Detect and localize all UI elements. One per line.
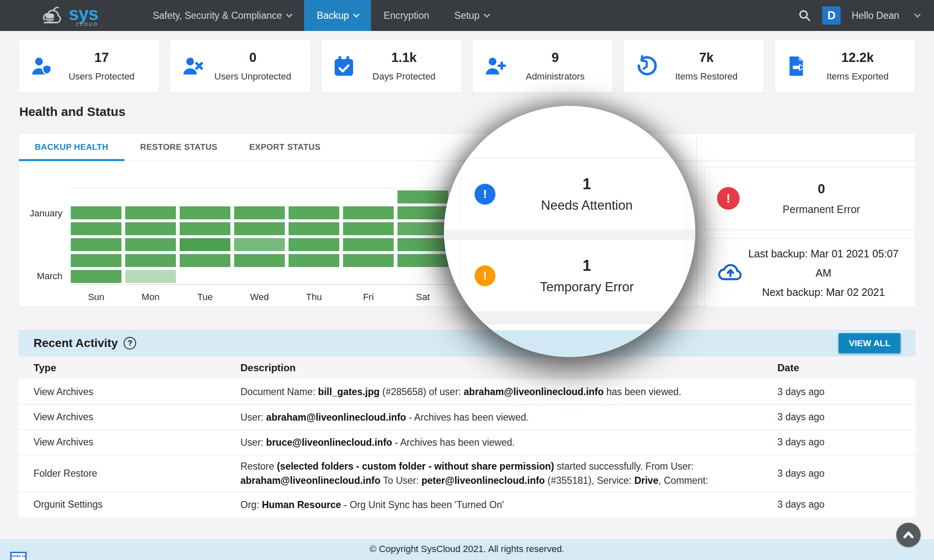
needs-attention-body: 1 Needs Attention: [495, 175, 686, 213]
heatmap-cell[interactable]: [71, 270, 121, 283]
heatmap-cell[interactable]: [397, 190, 448, 203]
health-panel-divider: [696, 134, 697, 306]
cell-type: Orgunit Settings: [34, 499, 240, 510]
heatmap-cell[interactable]: [71, 222, 121, 235]
help-icon[interactable]: ?: [124, 337, 136, 349]
health-tabbar: BACKUP HEALTH RESTORE STATUS EXPORT STAT…: [19, 134, 915, 161]
heatmap-cell[interactable]: [397, 206, 448, 219]
view-all-button[interactable]: VIEW ALL: [839, 333, 900, 353]
stat-card-items-restored[interactable]: 7k Items Restored: [623, 39, 764, 93]
stat-card-users-protected[interactable]: 17 Users Protected: [18, 39, 160, 93]
next-backup-text: Next backup: Mar 02 2021: [744, 283, 903, 302]
cell-date: 3 days ago: [777, 499, 916, 510]
tab-restore-status[interactable]: RESTORE STATUS: [124, 134, 234, 161]
heatmap-cell[interactable]: [234, 254, 285, 267]
heatmap-cell[interactable]: [180, 222, 230, 235]
heatmap-cell[interactable]: [289, 206, 339, 219]
heatmap-cell[interactable]: [234, 238, 285, 251]
cell-date: 3 days ago: [777, 437, 916, 448]
heatmap-cell[interactable]: [289, 222, 339, 235]
table-row: View ArchivesUser: abraham@liveonlineclo…: [18, 404, 916, 429]
cell-type: View Archives: [34, 437, 240, 448]
permanent-error-exclamation-icon: !: [717, 187, 740, 210]
stat-card-users-unprotected[interactable]: 0 Users Unprotected: [170, 39, 311, 93]
needs-attention-value: 1: [495, 175, 678, 193]
user-plus-icon: [482, 55, 508, 77]
recent-activity-header: Recent Activity ? VIEW ALL: [18, 330, 916, 357]
table-row: View ArchivesUser: bruce@liveonlinecloud…: [18, 429, 916, 455]
heatmap-cell[interactable]: [397, 222, 448, 235]
magnifier-zoom-circle: ! 1 Needs Attention ! 1 Temporary Error: [444, 106, 695, 357]
heatmap-cell[interactable]: [71, 206, 121, 219]
stat-label: Items Restored: [659, 71, 754, 82]
heatmap-day-label: Fri: [343, 292, 394, 303]
heatmap-cell[interactable]: [180, 254, 230, 267]
heatmap-cell[interactable]: [125, 238, 176, 251]
heatmap-cell[interactable]: [180, 238, 230, 251]
recent-activity-title: Recent Activity: [34, 337, 118, 350]
tab-backup-health[interactable]: BACKUP HEALTH: [19, 134, 124, 161]
heatmap-cell[interactable]: [289, 238, 339, 251]
user-avatar[interactable]: D: [822, 6, 841, 25]
menu-item-safety-security-compliance[interactable]: Safety, Security & Compliance: [140, 0, 304, 31]
heatmap-cell[interactable]: [343, 254, 394, 267]
heatmap-day-label: Thu: [289, 292, 339, 303]
ssae-compliance-badge: SSAE 16: [9, 552, 28, 560]
logo-cloud-text: CLOUD: [76, 22, 98, 27]
search-icon[interactable]: [798, 9, 811, 22]
heatmap-cell[interactable]: [397, 254, 448, 267]
heatmap-cell[interactable]: [289, 254, 339, 267]
backup-schedule-card: Last backup: Mar 01 2021 05:07 AM Next b…: [704, 238, 916, 307]
heatmap-cell[interactable]: [343, 206, 394, 219]
heatmap-cell[interactable]: [125, 222, 176, 235]
stat-card-administrators[interactable]: 9 Administrators: [472, 39, 613, 93]
recent-activity-table: Type Description Date View ArchivesDocum…: [18, 357, 916, 517]
stat-label: Users Protected: [54, 71, 149, 82]
magnified-gap: [444, 311, 695, 324]
temporary-error-value: 1: [495, 257, 678, 275]
heatmap-cell[interactable]: [343, 222, 394, 235]
heatmap-cell[interactable]: [343, 238, 394, 251]
user-menu-chevron-icon[interactable]: [914, 11, 921, 18]
heatmap-cell[interactable]: [234, 206, 285, 219]
last-backup-text: Last backup: Mar 01 2021 05:07 AM: [744, 244, 903, 283]
heatmap-cell[interactable]: [180, 206, 230, 219]
cell-description: Document Name: bill_gates.jpg (#285658) …: [240, 380, 777, 403]
chevron-down-icon: [353, 11, 360, 18]
stat-label: Items Exported: [810, 71, 905, 82]
heatmap-day-label: Tue: [180, 292, 230, 303]
permanent-error-body: 0 Permanent Error: [740, 182, 903, 216]
stat-value: 17: [54, 50, 149, 65]
heatmap-cell[interactable]: [234, 222, 285, 235]
scroll-to-top-button[interactable]: [896, 523, 921, 547]
logo-wordmark: sys CLOUD: [69, 5, 98, 27]
heatmap-day-label: Wed: [234, 292, 285, 303]
recent-activity-panel: Recent Activity ? VIEW ALL Type Descript…: [18, 330, 916, 517]
heatmap-cell[interactable]: [71, 254, 121, 267]
menu-item-setup[interactable]: Setup: [442, 0, 502, 31]
stat-card-items-exported[interactable]: 12.2k Items Exported: [774, 39, 916, 93]
stat-label: Days Protected: [356, 71, 452, 82]
stats-row: 17 Users Protected 0 Users Unprotected: [18, 39, 916, 93]
navbar-right: D Hello Dean: [798, 0, 920, 31]
heatmap-cell[interactable]: [71, 238, 121, 251]
main-menu: Safety, Security & Compliance Backup Enc…: [140, 0, 501, 31]
cell-description: User: abraham@liveonlinecloud.info - Arc…: [240, 406, 777, 429]
stat-body: 17 Users Protected: [54, 50, 149, 82]
logo-sys-text: sys: [69, 5, 98, 23]
stat-card-days-protected[interactable]: 1.1k Days Protected: [321, 39, 462, 93]
heatmap-cell[interactable]: [125, 270, 176, 283]
permanent-error-value: 0: [740, 182, 903, 197]
cell-type: Folder Restore: [34, 468, 240, 479]
syscloud-logo[interactable]: sys CLOUD: [39, 0, 98, 31]
heatmap-cell[interactable]: [397, 238, 448, 251]
tab-export-status[interactable]: EXPORT STATUS: [233, 134, 336, 161]
column-header-date: Date: [777, 362, 916, 374]
temporary-error-card: ! 1 Temporary Error: [461, 240, 687, 311]
menu-item-backup[interactable]: Backup: [304, 0, 371, 31]
heatmap-cell[interactable]: [125, 254, 176, 267]
stat-value: 7k: [659, 50, 754, 65]
heatmap-cell[interactable]: [125, 206, 176, 219]
menu-item-encryption[interactable]: Encryption: [371, 0, 442, 31]
stat-body: 1.1k Days Protected: [356, 50, 452, 82]
